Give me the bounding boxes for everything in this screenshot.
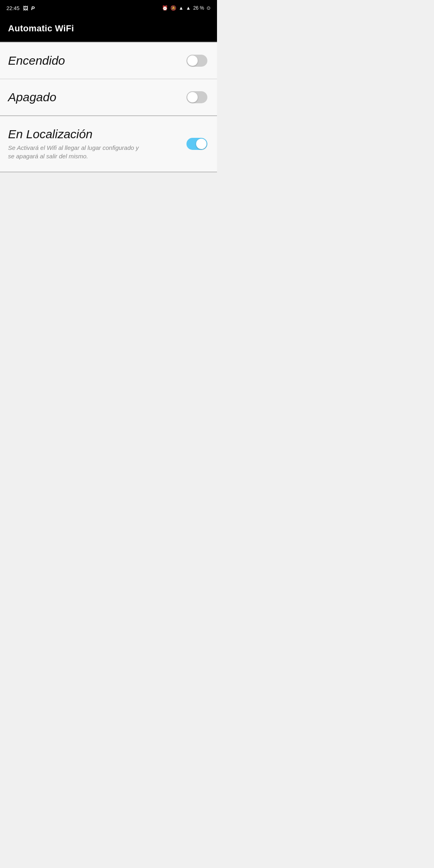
apagado-label-block: Apagado (8, 90, 186, 104)
setting-row-encendido: Encendido (0, 43, 217, 79)
localizacion-toggle-thumb (196, 139, 207, 149)
settings-section: Encendido Apagado (0, 43, 217, 115)
apagado-toggle[interactable] (186, 91, 207, 103)
status-left: 22:45 🖼 P (6, 5, 35, 11)
parking-icon: P (31, 5, 35, 11)
battery-percent: 26 % (193, 5, 204, 11)
setting-row-localizacion: En Localización Se Activará el Wifi al l… (0, 116, 217, 172)
alarm-icon: ⏰ (162, 5, 168, 11)
apagado-toggle-thumb (187, 92, 198, 102)
localizacion-label-block: En Localización Se Activará el Wifi al l… (8, 127, 186, 160)
battery-icon: ⊙ (207, 5, 211, 11)
encendido-toggle-thumb (187, 55, 198, 66)
localizacion-section: En Localización Se Activará el Wifi al l… (0, 116, 217, 172)
wifi-icon: ▲ (179, 5, 184, 11)
status-right: ⏰ 🔕 ▲ ▲ 26 % ⊙ (162, 5, 211, 11)
localizacion-title: En Localización (8, 127, 186, 141)
setting-row-apagado: Apagado (0, 79, 217, 115)
app-bar: Automatic WiFi (0, 16, 217, 42)
encendido-toggle[interactable] (186, 55, 207, 67)
gallery-icon: 🖼 (23, 5, 28, 11)
encendido-label-block: Encendido (8, 54, 186, 68)
app-title: Automatic WiFi (8, 23, 74, 33)
localizacion-description: Se Activará el Wifi al llegar al lugar c… (8, 143, 145, 160)
status-bar: 22:45 🖼 P ⏰ 🔕 ▲ ▲ 26 % ⊙ (0, 0, 217, 16)
encendido-title: Encendido (8, 54, 186, 68)
signal-icon: ▲ (186, 5, 191, 11)
apagado-title: Apagado (8, 90, 186, 104)
mute-icon: 🔕 (170, 5, 176, 11)
content-area (0, 172, 217, 414)
localizacion-toggle[interactable] (186, 138, 207, 150)
status-time: 22:45 (6, 5, 20, 11)
